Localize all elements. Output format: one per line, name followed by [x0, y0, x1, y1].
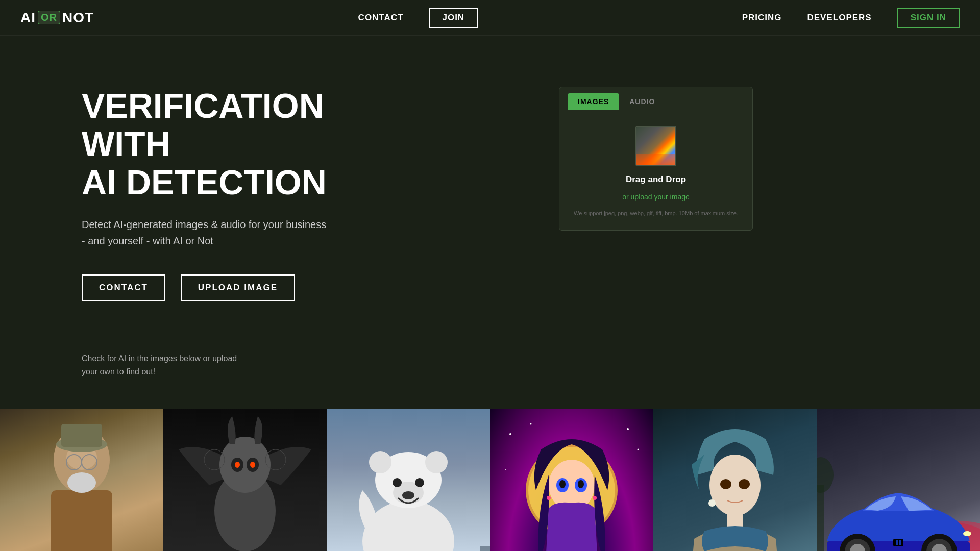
hero-left: VERIFICATION WITH AI DETECTION Detect AI… [82, 77, 413, 311]
svg-rect-5 [61, 424, 102, 447]
svg-rect-28 [480, 546, 490, 551]
svg-point-39 [530, 423, 532, 425]
tab-audio[interactable]: AUDIO [619, 93, 665, 110]
drag-drop-label: Drag and Drop [626, 174, 686, 185]
svg-point-35 [578, 480, 584, 488]
svg-point-23 [393, 478, 402, 487]
svg-point-36 [547, 496, 551, 500]
svg-rect-50 [817, 485, 824, 551]
svg-rect-61 [896, 540, 898, 545]
image-gallery [0, 409, 980, 551]
svg-point-41 [638, 449, 639, 450]
nav-right: PRICING DEVELOPERS SIGN IN [742, 8, 960, 28]
svg-point-14 [250, 462, 255, 468]
svg-point-59 [963, 531, 971, 536]
svg-rect-1 [51, 490, 112, 551]
svg-point-45 [720, 479, 731, 489]
logo-or: or [38, 11, 60, 24]
svg-point-42 [505, 469, 506, 470]
upload-widget: IMAGES AUDIO Drag and Drop or upload you… [559, 87, 753, 231]
svg-point-19 [369, 451, 391, 473]
preview-image [636, 127, 675, 165]
gallery-item-anime-girl[interactable] [490, 409, 653, 551]
svg-point-34 [559, 480, 566, 488]
hero-title: VERIFICATION WITH AI DETECTION [82, 87, 413, 201]
svg-point-51 [817, 457, 834, 493]
svg-point-10 [219, 437, 271, 493]
svg-point-3 [67, 472, 96, 493]
nav-pricing[interactable]: PRICING [742, 13, 782, 23]
hero-section: VERIFICATION WITH AI DETECTION Detect AI… [0, 36, 980, 342]
upload-preview [635, 126, 676, 166]
gallery-item-car[interactable] [817, 409, 980, 551]
nav-join[interactable]: JOIN [429, 8, 478, 28]
contact-button[interactable]: CONTACT [82, 274, 165, 301]
svg-point-37 [593, 496, 597, 500]
svg-point-13 [235, 462, 240, 468]
svg-point-24 [415, 478, 424, 487]
or-upload-text: or upload your image [622, 193, 690, 201]
logo[interactable]: AI or NOT [20, 10, 94, 26]
nav-center: CONTACT JOIN [358, 8, 478, 28]
svg-point-38 [509, 433, 511, 435]
svg-point-47 [708, 499, 716, 507]
upload-link[interactable]: upload [631, 193, 652, 201]
svg-point-22 [402, 491, 414, 499]
svg-point-20 [425, 451, 448, 473]
gallery-item-bear[interactable] [327, 409, 490, 551]
logo-not: NOT [62, 10, 94, 26]
hero-buttons: CONTACT UPLOAD IMAGE [82, 274, 413, 301]
upload-support-text: We support jpeg, png, webp, gif, tiff, b… [574, 209, 738, 218]
scan-overlay [636, 154, 675, 165]
upload-body: Drag and Drop or upload your image We su… [559, 110, 752, 230]
upload-image-button[interactable]: UPLOAD IMAGE [181, 274, 295, 301]
svg-point-40 [627, 428, 629, 430]
navbar: AI or NOT CONTACT JOIN PRICING DEVELOPER… [0, 0, 980, 36]
nav-contact[interactable]: CONTACT [358, 13, 404, 23]
hero-right: IMAGES AUDIO Drag and Drop or upload you… [413, 77, 898, 311]
upload-tabs: IMAGES AUDIO [559, 87, 752, 110]
sign-in-button[interactable]: SIGN IN [897, 8, 960, 28]
gallery-item-demon[interactable] [163, 409, 327, 551]
check-text: Check for AI in the images below or uplo… [82, 352, 286, 378]
gallery-item-old-man[interactable] [0, 409, 163, 551]
tab-images[interactable]: IMAGES [568, 93, 619, 110]
gallery-item-portrait[interactable] [653, 409, 817, 551]
logo-ai: AI [20, 10, 36, 26]
svg-rect-62 [899, 540, 901, 545]
check-section: Check for AI in the images below or uplo… [0, 342, 980, 398]
svg-rect-60 [893, 539, 903, 546]
svg-point-43 [709, 455, 761, 516]
nav-developers[interactable]: DEVELOPERS [807, 13, 871, 23]
svg-point-46 [739, 479, 750, 489]
hero-subtitle: Detect AI-generated images & audio for y… [82, 216, 327, 249]
